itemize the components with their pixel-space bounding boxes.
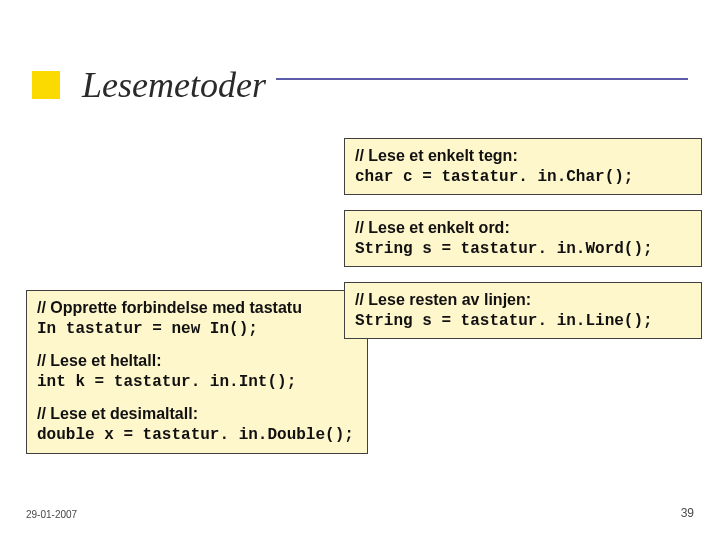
- code-char: char c = tastatur. in.Char();: [355, 167, 691, 189]
- code-box-left: // Opprette forbindelse med tastatu In t…: [26, 290, 368, 454]
- section-double: // Lese et desimaltall: double x = tasta…: [37, 403, 357, 446]
- code-box-char: // Lese et enkelt tegn: char c = tastatu…: [344, 138, 702, 195]
- footer-date: 29-01-2007: [26, 509, 77, 520]
- section-int: // Lese et heltall: int k = tastatur. in…: [37, 350, 357, 393]
- comment-connect: // Opprette forbindelse med tastatu: [37, 297, 357, 319]
- comment-char: // Lese et enkelt tegn:: [355, 145, 691, 167]
- slide: Lesemetoder // Opprette forbindelse med …: [0, 0, 720, 540]
- title-row: Lesemetoder: [32, 64, 276, 106]
- comment-int: // Lese et heltall:: [37, 350, 357, 372]
- code-box-line: // Lese resten av linjen: String s = tas…: [344, 282, 702, 339]
- code-double: double x = tastatur. in.Double();: [37, 425, 357, 447]
- section-connect: // Opprette forbindelse med tastatu In t…: [37, 297, 357, 340]
- comment-double: // Lese et desimaltall:: [37, 403, 357, 425]
- code-box-word: // Lese et enkelt ord: String s = tastat…: [344, 210, 702, 267]
- code-connect: In tastatur = new In();: [37, 319, 357, 341]
- code-line: String s = tastatur. in.Line();: [355, 311, 691, 333]
- comment-word: // Lese et enkelt ord:: [355, 217, 691, 239]
- footer-page-number: 39: [681, 506, 694, 520]
- title-bullet-icon: [32, 71, 60, 99]
- comment-line: // Lese resten av linjen:: [355, 289, 691, 311]
- code-word: String s = tastatur. in.Word();: [355, 239, 691, 261]
- slide-title: Lesemetoder: [60, 64, 276, 106]
- code-int: int k = tastatur. in.Int();: [37, 372, 357, 394]
